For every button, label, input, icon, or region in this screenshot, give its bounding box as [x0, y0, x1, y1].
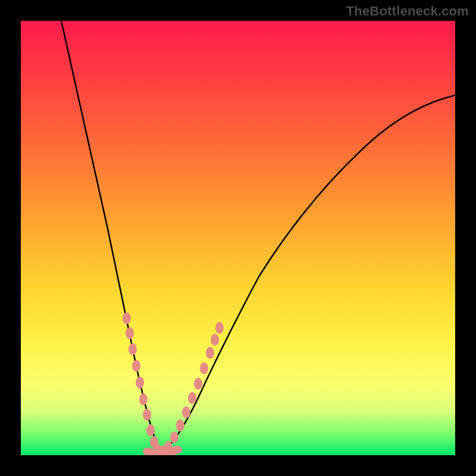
svg-point-1: [126, 327, 134, 339]
right-dots-group: [159, 322, 224, 455]
svg-point-17: [200, 362, 208, 374]
svg-point-3: [132, 360, 140, 372]
left-curve: [61, 21, 161, 453]
svg-point-19: [211, 334, 219, 346]
right-curve: [161, 95, 455, 453]
chart-svg: [21, 21, 455, 455]
watermark-text: TheBottleneck.com: [346, 4, 469, 19]
svg-point-2: [129, 343, 137, 355]
svg-point-5: [139, 393, 148, 405]
svg-point-4: [136, 377, 144, 389]
svg-point-7: [146, 424, 155, 436]
svg-point-13: [176, 419, 184, 431]
chart-frame: TheBottleneck.com: [0, 0, 476, 476]
svg-point-16: [194, 378, 202, 390]
svg-point-18: [206, 347, 214, 359]
plot-area: [21, 21, 455, 455]
svg-point-12: [170, 431, 178, 443]
svg-point-0: [123, 312, 131, 324]
svg-point-14: [182, 406, 190, 418]
svg-point-6: [143, 409, 151, 421]
svg-point-20: [215, 322, 224, 334]
svg-point-15: [188, 392, 196, 404]
left-dots-group: [123, 312, 162, 455]
svg-point-27: [171, 446, 182, 454]
